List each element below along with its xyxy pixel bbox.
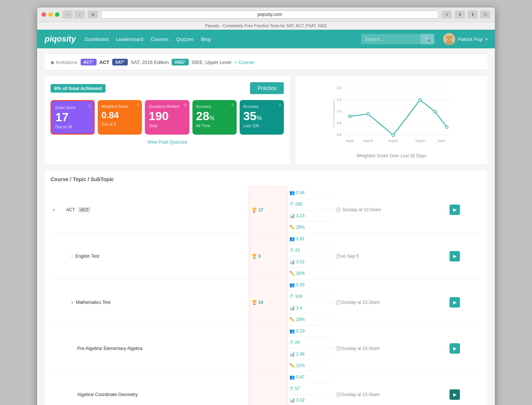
svg-text:2.0: 2.0 [337,86,341,90]
act-avg-cell: 📊 3.23 [287,210,333,222]
search-input[interactable] [361,34,421,44]
alg-play-button[interactable]: ▶ [450,389,460,400]
collapse-icon-math[interactable]: ▾ [71,300,73,305]
search-bar: 🔍 [361,34,434,44]
act-score-cell: 🏆 17 [252,208,284,213]
score-card-weighted[interactable]: Weighted Score ? 0.84 Out of 5 [98,100,142,135]
tabs-row: ◆ Invitations ACT° ACT SAT° SAT, 2016 Ed… [45,54,487,70]
expand-icon-english[interactable]: › [71,254,72,258]
main-nav: piqosity Dashboard Leaderboard Courses Q… [37,30,495,48]
tab-sat[interactable]: SAT, 2016 Edition [131,60,169,65]
row-name-math: ▾ Mathematics Test [64,279,249,325]
refresh-button[interactable]: ↺ [441,10,452,19]
goal-bar: 8% of Goal Achieved Practice [51,82,284,94]
exam-score-value: 17 [55,111,90,123]
share-button[interactable]: ⬆ [467,10,478,19]
collapse-icon[interactable]: ▾ [53,208,55,212]
svg-point-24 [419,99,421,101]
svg-text:Aug/8: Aug/8 [346,139,354,142]
chart-panel: 2.0 1.5 1.0 0.5 0.0 # of correct answers… [296,76,487,164]
score-card-exam[interactable]: Exam Score ? 17 Out of 36 [51,100,95,135]
english-qw-cell: ⏱43 [287,245,333,256]
svg-text:Aug/22: Aug/22 [389,139,398,142]
english-time-cell: 🕐on Sep 5 [333,233,448,279]
accuracy-last-help-icon[interactable]: ? [278,103,281,108]
svg-text:# of correct answers: # of correct answers [332,100,335,128]
maximize-button[interactable] [55,12,59,17]
tab-badge-act: ACT° [81,59,97,65]
questions-label: Questions Worked [149,105,185,109]
goal-badge: 8% of Goal Achieved [51,84,106,93]
prealg-time-cell: 🕐Sunday at 10:34am [333,325,448,372]
svg-point-21 [348,115,351,118]
accuracy-all-value: 28 [196,110,210,122]
questions-help-icon[interactable]: ? [184,103,186,108]
english-acc-cell: ✏️26% [287,268,333,279]
download-icon[interactable]: ⬇ [455,10,465,19]
nav-courses[interactable]: Courses [151,35,169,44]
nav-blog[interactable]: Blog [201,35,211,44]
tab-add-course[interactable]: + Course [234,60,254,65]
weighted-score-help-icon[interactable]: ? [137,103,139,108]
close-button[interactable] [42,12,46,17]
back-button[interactable]: ‹ [62,10,73,19]
accuracy-all-suffix: % [209,115,214,122]
english-play-button[interactable]: ▶ [450,251,460,261]
page-content: ◆ Invitations ACT° ACT SAT° SAT, 2016 Ed… [37,48,495,405]
math-qw-cell: ⏱109 [287,291,333,302]
view-toggle-button[interactable]: ⊞ [88,10,98,19]
prealg-qw-cell: ⏱26 [287,337,333,348]
avatar [443,33,455,45]
score-card-accuracy-all[interactable]: Accuracy ? 28 % All Time [192,100,237,135]
view-past-quizzes[interactable]: View Past Quizzes [51,139,284,145]
act-play-button[interactable]: ▶ [450,205,460,215]
accuracy-last-value: 35 [243,110,257,122]
svg-point-23 [392,134,395,136]
alg-ws-cell: 👥0.47 [287,372,333,383]
main-grid: 8% of Goal Achieved Practice Exam Score … [45,76,487,164]
prealg-ws-cell: 👥0.19 [287,325,333,337]
practice-button[interactable]: Practice [250,82,284,94]
accuracy-all-label: Accuracy [196,105,233,109]
nav-leaderboard[interactable]: Leaderboard [116,35,143,44]
alg-time-cell: 🕐Sunday at 10:34am [333,372,448,405]
tab-isee[interactable]: ISEE, Upper Level [192,60,231,65]
tab-invitations[interactable]: ◆ Invitations [51,60,78,65]
fullscreen-button[interactable]: ⊡ [480,10,490,19]
score-card-accuracy-last[interactable]: Accuracy ? 35 % Last 100 [240,100,284,135]
weighted-score-sub: Out of 5 [101,122,138,126]
search-button[interactable]: 🔍 [421,34,434,44]
score-card-questions[interactable]: Questions Worked ? 190 Total [145,100,189,135]
user-menu[interactable]: Patrick Pup ▾ [443,33,487,45]
tab-act[interactable]: ACT [100,60,110,65]
math-time-cell: 🕐Sunday at 10:34am [333,279,448,325]
questions-sub: Total [149,123,185,128]
address-bar[interactable]: piqosity.com [101,10,438,19]
forward-button[interactable]: › [74,10,85,19]
svg-point-25 [434,110,436,113]
row-name-prealgebra: Pre-Algebra/ Elementary Algebra [64,325,249,372]
prealg-play-button[interactable]: ▶ [450,343,460,354]
logo[interactable]: piqosity [45,34,76,44]
table-row: ▾ ACT ACT 🏆 17 👥 [51,187,481,233]
time-icon: 🕐 [335,207,341,212]
exam-score-help-icon[interactable]: ? [88,104,91,109]
stats-panel: 8% of Goal Achieved Practice Exam Score … [45,76,290,164]
minimize-button[interactable] [48,12,53,17]
math-play-button[interactable]: ▶ [450,297,460,308]
act-acc-cell: ✏️ 28% [287,222,333,233]
data-table: ▾ ACT ACT 🏆 17 👥 [51,187,481,405]
english-ws-cell: 👥0.81 [287,233,333,245]
math-avg-cell: 📊3.4 [287,302,333,314]
svg-text:Sep/5: Sep/5 [438,139,446,142]
score-cards: Exam Score ? 17 Out of 36 Weighted Score… [51,100,284,135]
nav-quizzes[interactable]: Quizzes [176,35,194,44]
nav-dashboard[interactable]: Dashboard [85,35,108,44]
act-remove-tag[interactable]: ACT [78,207,90,212]
math-score-cell: 🏆14 [252,300,284,305]
accuracy-all-help-icon[interactable]: ? [231,103,234,108]
tab-badge-sat: SAT° [112,59,128,65]
accuracy-last-sub: Last 100 [243,123,280,128]
table-row: Pre-Algebra/ Elementary Algebra 👥0.19 ⏱2… [51,325,481,372]
table-header: Course / Topic / SubTopic [51,176,481,182]
